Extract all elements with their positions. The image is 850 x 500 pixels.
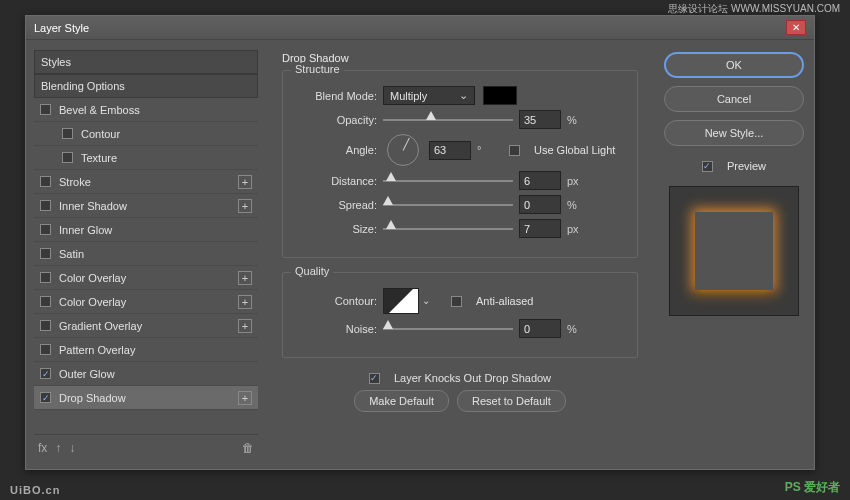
layer-knocks-out-checkbox[interactable]: [369, 373, 380, 384]
checkbox[interactable]: [40, 224, 51, 235]
spread-label: Spread:: [297, 199, 377, 211]
preview-label: Preview: [727, 160, 766, 172]
sidebar-item-drop-shadow[interactable]: Drop Shadow+: [34, 386, 258, 410]
add-icon[interactable]: +: [238, 319, 252, 333]
add-icon[interactable]: +: [238, 391, 252, 405]
size-input[interactable]: 7: [519, 219, 561, 238]
fx-icon[interactable]: fx: [38, 441, 47, 455]
distance-input[interactable]: 6: [519, 171, 561, 190]
checkbox[interactable]: [40, 368, 51, 379]
preview-swatch: [695, 212, 773, 290]
main-panel: Drop Shadow Structure Blend Mode: Multip…: [266, 40, 654, 469]
contour-picker[interactable]: [383, 288, 419, 314]
ok-button[interactable]: OK: [664, 52, 804, 78]
sidebar-label: Texture: [81, 152, 117, 164]
checkbox[interactable]: [62, 128, 73, 139]
distance-label: Distance:: [297, 175, 377, 187]
add-icon[interactable]: +: [238, 295, 252, 309]
spread-slider[interactable]: [383, 198, 513, 211]
watermark-top: 思缘设计论坛 WWW.MISSYUAN.COM: [668, 2, 840, 16]
use-global-light-checkbox[interactable]: [509, 145, 520, 156]
noise-input[interactable]: 0: [519, 319, 561, 338]
size-label: Size:: [297, 223, 377, 235]
checkbox[interactable]: [40, 344, 51, 355]
cancel-button[interactable]: Cancel: [664, 86, 804, 112]
sidebar-item-inner-shadow[interactable]: Inner Shadow+: [34, 194, 258, 218]
new-style-button[interactable]: New Style...: [664, 120, 804, 146]
sidebar-item-pattern-overlay[interactable]: Pattern Overlay: [34, 338, 258, 362]
sidebar-label: Outer Glow: [59, 368, 115, 380]
sidebar-item-blending-options[interactable]: Blending Options: [34, 74, 258, 98]
checkbox[interactable]: [40, 248, 51, 259]
size-unit: px: [567, 223, 585, 235]
blend-mode-select[interactable]: Multiply: [383, 86, 475, 105]
distance-slider[interactable]: [383, 174, 513, 187]
sidebar-item-stroke[interactable]: Stroke+: [34, 170, 258, 194]
checkbox[interactable]: [40, 272, 51, 283]
sidebar-label: Color Overlay: [59, 296, 126, 308]
quality-legend: Quality: [291, 265, 333, 277]
sidebar-label: Contour: [81, 128, 120, 140]
sidebar-item-color-overlay-2[interactable]: Color Overlay+: [34, 290, 258, 314]
sidebar-item-contour[interactable]: Contour: [34, 122, 258, 146]
add-icon[interactable]: +: [238, 175, 252, 189]
opacity-slider[interactable]: [383, 113, 513, 126]
checkbox[interactable]: [40, 200, 51, 211]
opacity-input[interactable]: 35: [519, 110, 561, 129]
arrow-down-icon[interactable]: ↓: [69, 441, 75, 455]
checkbox[interactable]: [40, 296, 51, 307]
noise-unit: %: [567, 323, 585, 335]
structure-group: Structure Blend Mode: Multiply Opacity: …: [282, 70, 638, 258]
spread-unit: %: [567, 199, 585, 211]
angle-label: Angle:: [297, 144, 377, 156]
sidebar-item-satin[interactable]: Satin: [34, 242, 258, 266]
checkbox[interactable]: [40, 104, 51, 115]
sidebar-label: Stroke: [59, 176, 91, 188]
preview-checkbox[interactable]: [702, 161, 713, 172]
anti-aliased-label: Anti-aliased: [476, 295, 533, 307]
checkbox[interactable]: [62, 152, 73, 163]
sidebar-item-gradient-overlay[interactable]: Gradient Overlay+: [34, 314, 258, 338]
checkbox[interactable]: [40, 392, 51, 403]
use-global-light-label: Use Global Light: [534, 144, 615, 156]
noise-slider[interactable]: [383, 322, 513, 335]
size-slider[interactable]: [383, 222, 513, 235]
angle-dial[interactable]: [387, 134, 419, 166]
sidebar-label: Drop Shadow: [59, 392, 126, 404]
sidebar-item-bevel-emboss[interactable]: Bevel & Emboss: [34, 98, 258, 122]
titlebar[interactable]: Layer Style ✕: [26, 16, 814, 40]
preview-box: [669, 186, 799, 316]
opacity-unit: %: [567, 114, 585, 126]
sidebar-label: Satin: [59, 248, 84, 260]
sidebar-label: Inner Shadow: [59, 200, 127, 212]
noise-label: Noise:: [297, 323, 377, 335]
sidebar-label: Styles: [41, 56, 71, 68]
reset-default-button[interactable]: Reset to Default: [457, 390, 566, 412]
contour-label: Contour:: [297, 295, 377, 307]
add-icon[interactable]: +: [238, 271, 252, 285]
anti-aliased-checkbox[interactable]: [451, 296, 462, 307]
color-swatch[interactable]: [483, 86, 517, 105]
sidebar-item-color-overlay-1[interactable]: Color Overlay+: [34, 266, 258, 290]
sidebar-item-outer-glow[interactable]: Outer Glow: [34, 362, 258, 386]
sidebar-label: Blending Options: [41, 80, 125, 92]
checkbox[interactable]: [40, 320, 51, 331]
styles-sidebar: Styles Blending Options Bevel & Emboss C…: [26, 40, 266, 469]
watermark-bottom-left: UiBO.cn: [10, 484, 60, 496]
trash-icon[interactable]: 🗑: [242, 441, 254, 455]
angle-input[interactable]: 63: [429, 141, 471, 160]
layer-knocks-out-label: Layer Knocks Out Drop Shadow: [394, 372, 551, 384]
close-button[interactable]: ✕: [786, 20, 806, 35]
sidebar-label: Gradient Overlay: [59, 320, 142, 332]
window-title: Layer Style: [34, 22, 786, 34]
make-default-button[interactable]: Make Default: [354, 390, 449, 412]
arrow-up-icon[interactable]: ↑: [55, 441, 61, 455]
right-column: OK Cancel New Style... Preview: [654, 40, 814, 469]
spread-input[interactable]: 0: [519, 195, 561, 214]
checkbox[interactable]: [40, 176, 51, 187]
sidebar-item-texture[interactable]: Texture: [34, 146, 258, 170]
sidebar-item-styles[interactable]: Styles: [34, 50, 258, 74]
add-icon[interactable]: +: [238, 199, 252, 213]
sidebar-item-inner-glow[interactable]: Inner Glow: [34, 218, 258, 242]
blend-mode-value: Multiply: [390, 90, 427, 102]
